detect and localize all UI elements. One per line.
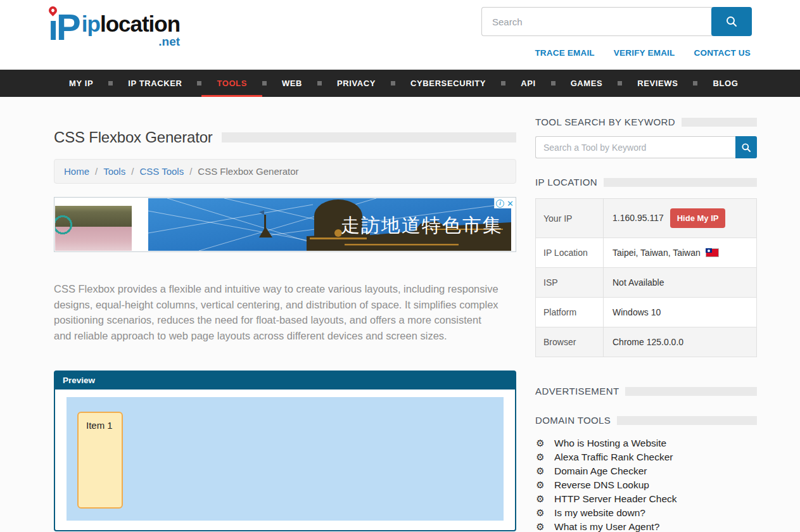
domain-tool-label: Who is Hosting a Website bbox=[554, 438, 666, 449]
nav-separator bbox=[317, 81, 322, 86]
nav-separator bbox=[262, 81, 267, 86]
nav-item-cybersecurity[interactable]: CYBERSECURITY bbox=[395, 70, 501, 97]
header-link-verify-email[interactable]: VERIFY EMAIL bbox=[614, 48, 675, 58]
ip-row-label: Your IP bbox=[536, 199, 604, 238]
breadcrumb-home[interactable]: Home bbox=[64, 166, 89, 177]
heading-decorative-bar bbox=[604, 178, 757, 187]
domain-tools-heading: DOMAIN TOOLS bbox=[535, 415, 757, 426]
header-link-trace-email[interactable]: TRACE EMAIL bbox=[535, 48, 594, 58]
breadcrumb-css-tools[interactable]: CSS Tools bbox=[139, 166, 184, 177]
domain-tool-is-my-website-down[interactable]: ⚙Is my website down? bbox=[535, 506, 757, 520]
domain-tool-http-server-header-check[interactable]: ⚙HTTP Server Header Check bbox=[535, 492, 757, 506]
preview-box: Preview Item 1 bbox=[54, 370, 516, 531]
domain-tools-heading-text: DOMAIN TOOLS bbox=[535, 415, 611, 426]
advertisement-heading: ADVERTISEMENT bbox=[535, 386, 757, 396]
heading-decorative-bar bbox=[617, 416, 757, 425]
tool-search bbox=[535, 136, 757, 158]
domain-tool-label: Reverse DNS Lookup bbox=[554, 479, 649, 491]
ip-row-label: Browser bbox=[536, 327, 604, 357]
ip-location-heading-text: IP LOCATION bbox=[535, 177, 597, 187]
logo-word-location: location bbox=[100, 11, 180, 36]
hide-my-ip-button[interactable]: Hide My IP bbox=[670, 208, 726, 228]
nav-item-ip-tracker[interactable]: IP TRACKER bbox=[113, 70, 197, 97]
tool-description: CSS Flexbox provides a flexible and intu… bbox=[54, 281, 501, 343]
nav-item-reviews[interactable]: REVIEWS bbox=[622, 70, 693, 97]
domain-tool-label: Domain Age Checker bbox=[554, 466, 647, 477]
domain-tool-what-is-my-user-agent[interactable]: ⚙What is my User Agent? bbox=[535, 520, 757, 532]
ip-table-row-browser: BrowserChrome 125.0.0.0 bbox=[536, 327, 757, 357]
breadcrumb-tools[interactable]: Tools bbox=[103, 166, 125, 177]
domain-tools-list: ⚙Who is Hosting a Website⚙Alexa Traffic … bbox=[535, 436, 757, 532]
nav-item-tools[interactable]: TOOLS bbox=[201, 70, 262, 97]
gear-icon: ⚙ bbox=[535, 479, 545, 491]
domain-tool-who-is-hosting-a-website[interactable]: ⚙Who is Hosting a Website bbox=[535, 436, 757, 450]
nav-separator bbox=[618, 81, 622, 86]
gear-icon: ⚙ bbox=[535, 521, 545, 532]
taiwan-flag-icon bbox=[706, 248, 719, 257]
main-nav: MY IPIP TRACKERTOOLSWEBPRIVACYCYBERSECUR… bbox=[0, 70, 800, 97]
flex-preview-container: Item 1 bbox=[67, 397, 504, 521]
nav-item-games[interactable]: GAMES bbox=[556, 70, 618, 97]
domain-tool-domain-age-checker[interactable]: ⚙Domain Age Checker bbox=[535, 464, 757, 478]
ip-row-value-text: Windows 10 bbox=[613, 307, 661, 317]
ip-table-row-ip-location: IP LocationTaipei, Taiwan, Taiwan bbox=[536, 238, 757, 268]
sidebar: TOOL SEARCH BY KEYWORD IP LOCATION Your … bbox=[535, 97, 757, 532]
ip-table-row-isp: ISPNot Available bbox=[536, 268, 757, 298]
search-icon bbox=[725, 15, 738, 28]
breadcrumb-separator: / bbox=[189, 166, 192, 177]
nav-item-privacy[interactable]: PRIVACY bbox=[322, 70, 391, 97]
nav-item-my-ip[interactable]: MY IP bbox=[54, 70, 108, 97]
logo-text: iplocation .net bbox=[82, 13, 180, 48]
ad-info-icon[interactable]: i bbox=[496, 200, 504, 208]
ip-table-row-your-ip: Your IP1.160.95.117Hide My IP bbox=[536, 199, 757, 238]
ip-row-value: Not Available bbox=[604, 268, 757, 298]
ip-row-value: 1.160.95.117Hide My IP bbox=[604, 199, 757, 238]
ip-row-value-text: Not Available bbox=[613, 277, 664, 288]
ad-close-icon[interactable]: ✕ bbox=[507, 200, 514, 208]
header-search bbox=[481, 7, 752, 36]
site-header: ıP iplocation .net TRACE EMAILVERIFY EMA… bbox=[0, 0, 800, 70]
ad-caption: 走訪地道特色市集 bbox=[341, 214, 503, 236]
advertisement-heading-text: ADVERTISEMENT bbox=[535, 386, 619, 396]
site-search-button[interactable] bbox=[711, 7, 752, 36]
nav-item-api[interactable]: API bbox=[505, 70, 550, 97]
domain-tool-reverse-dns-lookup[interactable]: ⚙Reverse DNS Lookup bbox=[535, 478, 757, 492]
ad-left-image bbox=[55, 206, 132, 251]
gear-icon: ⚙ bbox=[535, 466, 545, 477]
logo-word-net: .net bbox=[82, 35, 180, 48]
flex-preview-item[interactable]: Item 1 bbox=[77, 412, 123, 509]
ip-row-value: Windows 10 bbox=[604, 298, 757, 327]
ip-row-value-text: 1.160.95.117 bbox=[613, 213, 664, 223]
preview-body: Item 1 bbox=[55, 390, 515, 530]
domain-tool-label: What is my User Agent? bbox=[554, 521, 659, 532]
domain-tool-label: HTTP Server Header Check bbox=[554, 493, 677, 505]
ad-banner[interactable]: 走訪地道特色市集 i ✕ bbox=[54, 197, 516, 252]
ip-row-label: ISP bbox=[536, 268, 604, 298]
gear-icon: ⚙ bbox=[535, 438, 545, 449]
ip-location-table: Your IP1.160.95.117Hide My IPIP Location… bbox=[535, 198, 757, 357]
ip-row-value: Chrome 125.0.0.0 bbox=[604, 327, 757, 357]
nav-item-web[interactable]: WEB bbox=[267, 70, 317, 97]
gear-icon: ⚙ bbox=[535, 493, 545, 505]
heading-decorative-bar bbox=[682, 118, 757, 127]
header-link-contact-us[interactable]: CONTACT US bbox=[694, 48, 751, 58]
nav-separator bbox=[501, 81, 505, 86]
ip-row-label: IP Location bbox=[536, 238, 604, 268]
tool-search-input[interactable] bbox=[535, 136, 735, 158]
tool-search-button[interactable] bbox=[735, 136, 757, 158]
site-search-input[interactable] bbox=[481, 7, 713, 36]
site-logo[interactable]: ıP iplocation .net bbox=[48, 5, 180, 49]
breadcrumb-separator: / bbox=[95, 166, 98, 177]
ad-controls: i ✕ bbox=[494, 198, 515, 208]
domain-tool-alexa-traffic-rank-checker[interactable]: ⚙Alexa Traffic Rank Checker bbox=[535, 450, 757, 464]
ip-row-value: Taipei, Taiwan, Taiwan bbox=[604, 238, 757, 268]
breadcrumb-separator: / bbox=[131, 166, 134, 177]
nav-separator bbox=[391, 81, 395, 86]
logo-mark: ıP bbox=[48, 5, 79, 49]
domain-tool-label: Is my website down? bbox=[554, 507, 645, 519]
tool-search-heading: TOOL SEARCH BY KEYWORD bbox=[535, 117, 757, 127]
nav-separator bbox=[108, 81, 113, 86]
ip-table-row-platform: PlatformWindows 10 bbox=[536, 298, 757, 327]
page-title: CSS Flexbox Generator bbox=[54, 129, 213, 146]
nav-item-blog[interactable]: BLOG bbox=[697, 70, 753, 97]
